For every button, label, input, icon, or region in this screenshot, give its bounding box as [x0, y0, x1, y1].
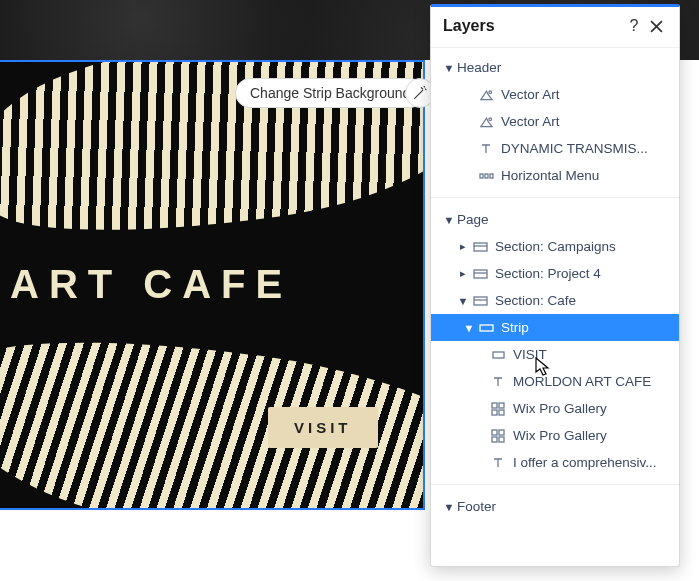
group-footer-label: Footer — [457, 499, 496, 514]
svg-rect-9 — [474, 297, 487, 305]
layer-item-section-cafe[interactable]: ▼ Section: Cafe — [431, 287, 679, 314]
vector-icon — [477, 114, 495, 130]
svg-point-0 — [488, 90, 491, 93]
close-button[interactable] — [645, 15, 667, 37]
svg-rect-5 — [474, 243, 487, 251]
layer-item-label: Vector Art — [501, 114, 560, 129]
divider — [431, 197, 679, 198]
gallery-icon — [489, 401, 507, 417]
text-icon — [489, 455, 507, 471]
help-icon: ? — [630, 17, 639, 35]
divider — [431, 484, 679, 485]
layer-item-wix-pro-gallery-1[interactable]: ▸ Wix Pro Gallery — [431, 395, 679, 422]
text-icon — [477, 141, 495, 157]
layer-item-label: I offer a comprehensiv... — [513, 455, 657, 470]
layer-item-label: Strip — [501, 320, 529, 335]
layer-item-dynamic-transmis[interactable]: ▸ DYNAMIC TRANSMIS... — [431, 135, 679, 162]
svg-point-1 — [488, 117, 491, 120]
svg-rect-4 — [490, 174, 493, 178]
layer-item-label: Wix Pro Gallery — [513, 401, 607, 416]
caret-right-icon: ▸ — [457, 240, 469, 253]
svg-rect-3 — [485, 174, 488, 178]
wand-icon — [412, 85, 428, 101]
layer-item-section-campaigns[interactable]: ▸ Section: Campaigns — [431, 233, 679, 260]
close-icon — [650, 20, 663, 33]
svg-rect-12 — [493, 352, 504, 358]
group-page-label: Page — [457, 212, 489, 227]
layer-item-label: Wix Pro Gallery — [513, 428, 607, 443]
layers-panel: Layers ? ▼ Header ▸ Vector Art ▸ Vector … — [430, 4, 680, 567]
text-icon — [489, 374, 507, 390]
layers-panel-title: Layers — [443, 17, 623, 35]
layer-item-vector-art-1[interactable]: ▸ Vector Art — [431, 81, 679, 108]
layer-item-wix-pro-gallery-2[interactable]: ▸ Wix Pro Gallery — [431, 422, 679, 449]
container-icon — [489, 347, 507, 363]
vector-icon — [477, 87, 495, 103]
group-header[interactable]: ▼ Header — [431, 54, 679, 81]
caret-down-icon: ▼ — [463, 322, 475, 334]
layer-item-strip[interactable]: ▼ Strip — [431, 314, 679, 341]
layer-item-section-project4[interactable]: ▸ Section: Project 4 — [431, 260, 679, 287]
svg-rect-18 — [499, 430, 504, 435]
svg-rect-19 — [492, 437, 497, 442]
layer-item-label: Section: Project 4 — [495, 266, 601, 281]
layers-panel-body[interactable]: ▼ Header ▸ Vector Art ▸ Vector Art ▸ DYN… — [431, 48, 679, 566]
layer-item-label: Vector Art — [501, 87, 560, 102]
svg-rect-11 — [480, 325, 493, 331]
strip-icon — [477, 320, 495, 336]
layer-item-label: MORLDON ART CAFE — [513, 374, 651, 389]
layer-item-horizontal-menu[interactable]: ▸ Horizontal Menu — [431, 162, 679, 189]
section-icon — [471, 293, 489, 309]
caret-down-icon: ▼ — [443, 214, 455, 226]
section-icon — [471, 239, 489, 255]
layer-item-label: VISIT — [513, 347, 547, 362]
section-icon — [471, 266, 489, 282]
layer-item-visit[interactable]: ▸ VISIT — [431, 341, 679, 368]
svg-rect-13 — [492, 403, 497, 408]
strip-title-text: ART CAFE — [10, 262, 292, 307]
change-strip-background-button[interactable]: Change Strip Background — [235, 78, 425, 108]
help-button[interactable]: ? — [623, 15, 645, 37]
group-page[interactable]: ▼ Page — [431, 206, 679, 233]
layer-item-comprehensive-text[interactable]: ▸ I offer a comprehensiv... — [431, 449, 679, 476]
menu-icon — [477, 168, 495, 184]
gallery-icon — [489, 428, 507, 444]
layer-item-label: Horizontal Menu — [501, 168, 599, 183]
layers-panel-header: Layers ? — [431, 7, 679, 48]
svg-rect-20 — [499, 437, 504, 442]
svg-rect-7 — [474, 270, 487, 278]
svg-rect-14 — [499, 403, 504, 408]
svg-rect-16 — [499, 410, 504, 415]
caret-down-icon: ▼ — [443, 501, 455, 513]
layer-item-vector-art-2[interactable]: ▸ Vector Art — [431, 108, 679, 135]
layer-item-label: Section: Campaigns — [495, 239, 616, 254]
group-footer[interactable]: ▼ Footer — [431, 493, 679, 520]
strip-selected[interactable]: ART CAFE VISIT — [0, 60, 425, 510]
svg-rect-2 — [480, 174, 483, 178]
layer-item-label: Section: Cafe — [495, 293, 576, 308]
svg-rect-17 — [492, 430, 497, 435]
svg-rect-15 — [492, 410, 497, 415]
group-header-label: Header — [457, 60, 501, 75]
layer-item-morldon-art-cafe[interactable]: ▸ MORLDON ART CAFE — [431, 368, 679, 395]
visit-button[interactable]: VISIT — [268, 407, 378, 448]
caret-right-icon: ▸ — [457, 267, 469, 280]
caret-down-icon: ▼ — [443, 62, 455, 74]
layer-item-label: DYNAMIC TRANSMIS... — [501, 141, 648, 156]
caret-down-icon: ▼ — [457, 295, 469, 307]
